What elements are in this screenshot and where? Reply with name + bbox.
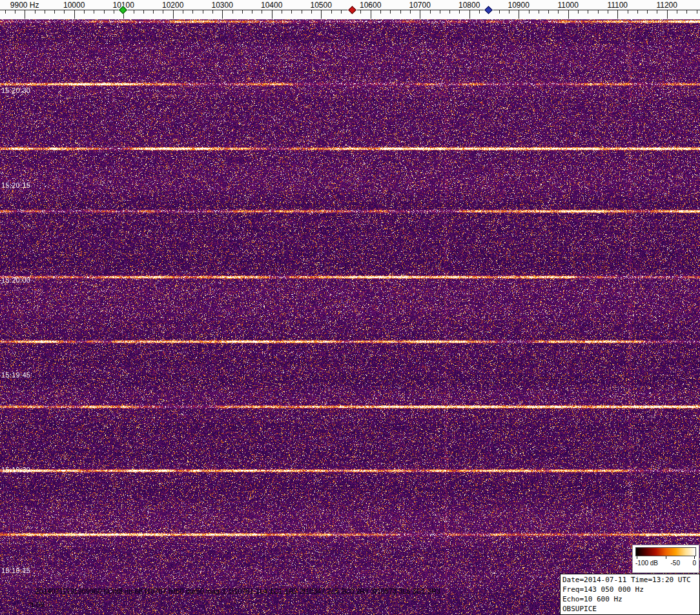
ruler-tick: [479, 10, 480, 14]
ruler-label: 9900 Hz: [10, 1, 39, 10]
ruler-tick: [252, 10, 252, 14]
ruler-tick: [45, 10, 45, 14]
detection-status-line: 20140711131909960 hCnt8 nb-68 f10707 hit…: [36, 587, 440, 595]
ruler-tick: [15, 10, 15, 14]
ruler-tick: [380, 10, 381, 14]
info-station-line: OBSUPICE: [562, 604, 697, 614]
ruler-tick: [25, 10, 25, 19]
ruler-tick: [628, 10, 628, 14]
ruler-tick: [509, 10, 510, 14]
ruler-tick: [677, 10, 677, 14]
ruler-tick: [311, 10, 312, 14]
ruler-tick: [440, 10, 440, 14]
ruler-tick: [143, 10, 144, 14]
colorbar-min-label: -100 dB: [635, 560, 658, 567]
ruler-tick: [192, 10, 193, 14]
ruler-label: 10200: [162, 1, 183, 10]
observation-info-box: Date=2014-07-11 Time=13:20 UTC Freq=143 …: [560, 574, 700, 615]
spectrum-waterfall-app: 9900 Hz100001010010200103001040010500106…: [0, 0, 700, 615]
ruler-tick: [686, 10, 687, 14]
ruler-tick: [64, 10, 65, 14]
ruler-tick: [449, 10, 450, 14]
ruler-tick: [469, 10, 470, 19]
ruler-tick: [331, 10, 332, 14]
ruler-tick: [371, 10, 371, 19]
colorbar-max-label: 0: [692, 560, 696, 567]
ruler-tick: [104, 10, 105, 14]
ruler-tick: [203, 10, 203, 14]
colorbar-mid-label: -50: [671, 560, 680, 567]
ruler-tick: [459, 10, 460, 14]
ruler-tick: [173, 10, 174, 19]
ruler-tick: [637, 10, 638, 14]
ruler-tick: [568, 10, 569, 19]
blue-diamond-marker[interactable]: [484, 6, 493, 14]
ruler-tick: [539, 10, 539, 14]
ruler-label: 11000: [557, 1, 578, 10]
ruler-tick: [163, 10, 163, 14]
info-echo-line: Echo=10 600 Hz: [562, 594, 697, 604]
ruler-tick: [134, 10, 134, 14]
ruler-tick: [272, 10, 273, 19]
ruler-tick: [410, 10, 411, 14]
ruler-tick: [390, 10, 391, 14]
ruler-label: 10400: [261, 1, 282, 10]
ruler-tick: [212, 10, 213, 14]
ruler-label: 10500: [311, 1, 332, 10]
ruler-tick: [74, 10, 75, 19]
ruler-tick: [341, 10, 342, 14]
time-cursor-label: ^t-09: [28, 601, 44, 609]
ruler-tick: [697, 10, 697, 14]
ruler-tick: [302, 10, 302, 14]
info-date-line: Date=2014-07-11 Time=13:20 UTC: [562, 575, 697, 585]
ruler-tick: [262, 10, 262, 14]
frequency-ruler[interactable]: 9900 Hz100001010010200103001040010500106…: [0, 0, 700, 19]
ruler-tick: [321, 10, 322, 19]
colorbar-legend: -100 dB -50 0: [632, 545, 699, 573]
ruler-tick: [35, 10, 36, 14]
ruler-label: 10700: [409, 1, 431, 10]
ruler-tick: [54, 10, 55, 14]
ruler-tick: [667, 10, 668, 19]
ruler-label: 10900: [508, 1, 530, 10]
ruler-tick: [519, 10, 519, 19]
ruler-tick: [558, 10, 559, 14]
ruler-label: 10600: [360, 1, 381, 10]
colorbar-tick: [666, 556, 666, 559]
ruler-label: 10300: [212, 1, 233, 10]
ruler-tick: [222, 10, 223, 19]
ruler-tick: [183, 10, 183, 14]
colorbar-ticks: [635, 556, 696, 559]
ruler-tick: [84, 10, 85, 14]
ruler-tick: [578, 10, 579, 14]
ruler-tick: [5, 10, 6, 14]
ruler-tick: [114, 10, 114, 14]
info-freq-line: Freq=143 050 000 Hz: [562, 585, 697, 594]
ruler-tick: [617, 10, 618, 19]
ruler-label: 11200: [656, 1, 677, 10]
colorbar-tick: [637, 556, 637, 559]
ruler-tick: [608, 10, 608, 14]
ruler-tick: [548, 10, 549, 14]
ruler-tick: [529, 10, 530, 14]
ruler-tick: [588, 10, 588, 14]
ruler-tick: [242, 10, 243, 14]
ruler-tick: [430, 10, 431, 14]
ruler-label: 10000: [63, 1, 85, 10]
ruler-tick: [232, 10, 233, 14]
ruler-tick: [420, 10, 420, 19]
ruler-tick: [153, 10, 154, 14]
ruler-tick: [291, 10, 292, 14]
ruler-tick: [598, 10, 599, 14]
ruler-tick: [657, 10, 657, 14]
colorbar-gradient: [635, 547, 696, 556]
ruler-tick: [94, 10, 94, 14]
ruler-tick: [400, 10, 401, 14]
colorbar-labels: -100 dB -50 0: [635, 560, 696, 567]
red-diamond-marker[interactable]: [348, 6, 356, 14]
colorbar-tick: [694, 556, 695, 559]
spectrogram-canvas[interactable]: [0, 19, 700, 615]
ruler-label: 10800: [458, 1, 480, 10]
ruler-tick: [647, 10, 648, 14]
ruler-tick: [282, 10, 282, 14]
